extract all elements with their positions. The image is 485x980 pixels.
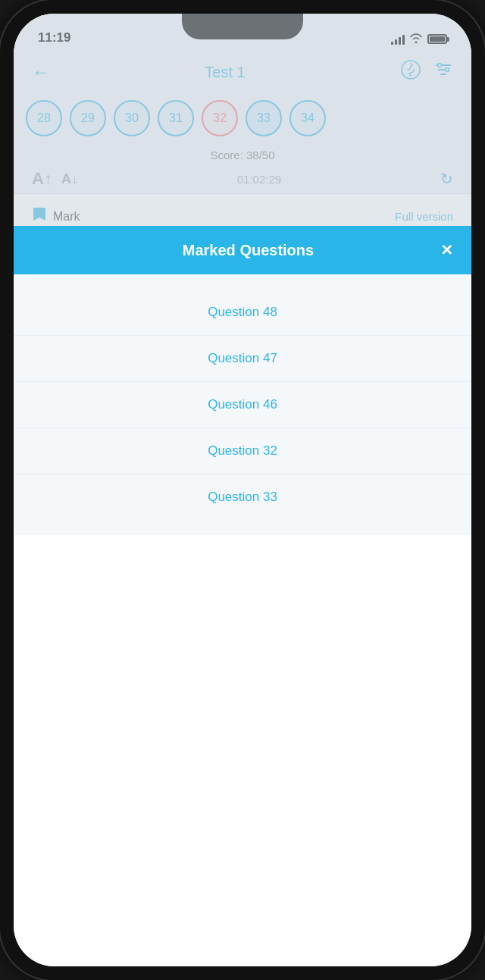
marked-question-47[interactable]: Question 47 (14, 336, 471, 382)
modal-body: Question 48 Question 47 Question 46 Ques… (14, 274, 471, 535)
modal-close-button[interactable]: ✕ (440, 241, 453, 259)
marked-question-33[interactable]: Question 33 (14, 474, 471, 520)
marked-question-48[interactable]: Question 48 (14, 290, 471, 336)
modal-sheet: Marked Questions ✕ Question 48 Question … (14, 226, 471, 966)
marked-question-32[interactable]: Question 32 (14, 428, 471, 474)
modal-title: Marked Questions (56, 242, 440, 259)
modal-overlay: Marked Questions ✕ Question 48 Question … (14, 14, 471, 966)
phone-screen: 11:19 (14, 14, 471, 966)
screen-inner: 11:19 (14, 14, 471, 966)
marked-question-46[interactable]: Question 46 (14, 382, 471, 428)
modal-header: Marked Questions ✕ (14, 226, 471, 274)
phone-frame: 11:19 (0, 0, 485, 980)
